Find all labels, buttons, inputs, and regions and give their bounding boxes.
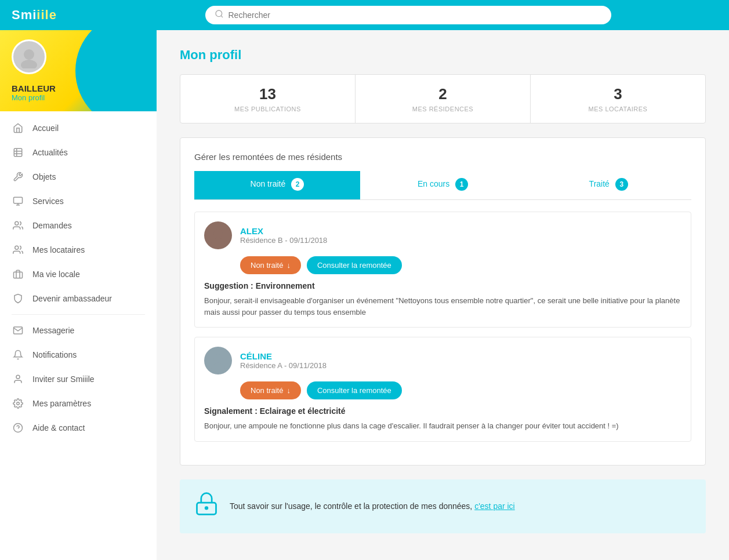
remontee-item-celine: CÉLINE Résidence A - 09/11/2018 Non trai…: [194, 337, 691, 442]
sidebar-item-mes-locataires[interactable]: Mes locataires: [0, 238, 157, 262]
sidebar-item-demandes[interactable]: Demandes: [0, 213, 157, 238]
logo: Smiiile: [12, 8, 81, 23]
svg-point-11: [15, 221, 19, 225]
svg-point-19: [211, 238, 225, 245]
remontee-body-celine: Bonjour, une ampoule ne fonctionne plus …: [204, 420, 681, 432]
sidebar-label-mes-locataires: Mes locataires: [32, 245, 85, 254]
tab-traite-label: Traité: [589, 179, 610, 188]
stat-publications-label: MES PUBLICATIONS: [186, 106, 349, 112]
svg-point-0: [216, 10, 222, 17]
stat-locataires-number: 3: [536, 85, 699, 103]
sidebar-item-accueil[interactable]: Accueil: [0, 116, 157, 140]
page-title: Mon profil: [180, 48, 706, 63]
lock-icon: [194, 491, 219, 522]
remontee-body-alex: Bonjour, serait-il envisageable d'organi…: [204, 295, 681, 318]
services-icon: [12, 195, 24, 208]
home-icon: [12, 122, 24, 134]
sidebar-label-demandes: Demandes: [32, 221, 72, 230]
sidebar-label-messagerie: Messagerie: [32, 326, 74, 335]
sidebar-label-devenir-ambassadeur: Devenir ambassadeur: [32, 294, 112, 303]
btn-non-traite-alex-label: Non traité: [251, 261, 283, 270]
sidebar-label-accueil: Accueil: [32, 123, 59, 133]
sidebar-item-ma-vie-locale[interactable]: Ma vie locale: [0, 262, 157, 286]
sidebar-item-parametres[interactable]: Mes paramètres: [0, 391, 157, 416]
info-banner: Tout savoir sur l'usage, le contrôle et …: [180, 479, 706, 533]
header: Smiiile: [0, 0, 729, 30]
sidebar-label-objets: Objets: [32, 172, 56, 181]
info-banner-main-text: Tout savoir sur l'usage, le contrôle et …: [230, 501, 472, 511]
remontee-actions-alex: Non traité ↓ Consulter la remontée: [240, 256, 681, 274]
btn-consulter-celine-label: Consulter la remontée: [317, 386, 391, 395]
stat-locataires-label: MES LOCATAIRES: [536, 106, 699, 112]
tab-en-cours-badge: 1: [455, 178, 468, 191]
search-input[interactable]: [229, 10, 602, 20]
svg-point-3: [21, 60, 37, 68]
sidebar: BAILLEUR Mon profil Accueil Actualités: [0, 30, 157, 560]
arrow-down-icon: ↓: [286, 261, 291, 270]
tab-en-cours[interactable]: En cours 1: [360, 171, 526, 199]
info-banner-link[interactable]: c'est par ici: [474, 501, 515, 511]
btn-consulter-alex[interactable]: Consulter la remontée: [307, 256, 402, 274]
svg-line-1: [221, 16, 223, 17]
search-bar: [205, 6, 611, 24]
help-icon: [12, 421, 24, 434]
demandes-icon: [12, 219, 24, 232]
sidebar-item-actualites[interactable]: Actualités: [0, 140, 157, 165]
remontee-subject-alex: Suggestion : Environnement: [204, 281, 681, 290]
search-icon: [215, 9, 224, 21]
remontee-name-celine: CÉLINE: [240, 351, 327, 361]
tab-en-cours-label: En cours: [418, 179, 449, 188]
sidebar-item-aide[interactable]: Aide & contact: [0, 416, 157, 440]
sidebar-item-messagerie[interactable]: Messagerie: [0, 318, 157, 343]
user-sub: Mon profil: [12, 93, 45, 102]
tools-icon: [12, 170, 24, 183]
divider: [12, 314, 145, 315]
tab-traite-badge: 3: [615, 178, 628, 191]
remontees-card: Gérer les remontées de mes résidents Non…: [180, 137, 706, 466]
tab-non-traite-badge: 2: [291, 178, 304, 191]
tab-non-traite[interactable]: Non traité 2: [194, 171, 360, 199]
btn-non-traite-celine-label: Non traité: [251, 386, 283, 395]
remontee-header-celine: CÉLINE Résidence A - 09/11/2018: [204, 347, 681, 374]
remontee-item-alex: ALEX Résidence B - 09/11/2018 Non traité…: [194, 212, 691, 328]
invite-icon: [12, 373, 24, 386]
user-name: BAILLEUR: [12, 83, 56, 93]
stat-publications[interactable]: 13 MES PUBLICATIONS: [180, 75, 356, 123]
sidebar-item-services[interactable]: Services: [0, 189, 157, 213]
stat-residences[interactable]: 2 MES RÉSIDENCES: [356, 75, 531, 123]
sidebar-item-devenir-ambassadeur[interactable]: Devenir ambassadeur: [0, 286, 157, 311]
remontee-avatar-alex: [204, 221, 232, 249]
sidebar-item-inviter[interactable]: Inviter sur Smiiile: [0, 367, 157, 391]
remontee-subject-celine: Signalement : Eclairage et électricité: [204, 406, 681, 416]
remontees-title: Gérer les remontées de mes résidents: [194, 152, 691, 162]
svg-point-12: [15, 246, 19, 249]
stat-publications-number: 13: [186, 85, 349, 103]
remontee-meta-alex: Résidence B - 09/11/2018: [240, 236, 327, 245]
btn-non-traite-alex[interactable]: Non traité ↓: [240, 256, 301, 274]
btn-consulter-celine[interactable]: Consulter la remontée: [307, 381, 402, 399]
svg-point-2: [24, 49, 34, 60]
sidebar-top: BAILLEUR Mon profil: [0, 30, 157, 111]
tabs: Non traité 2 En cours 1 Traité 3: [194, 171, 691, 200]
sidebar-nav: Accueil Actualités Objets: [0, 111, 157, 445]
tab-non-traite-label: Non traité: [251, 179, 286, 188]
sidebar-label-aide: Aide & contact: [32, 423, 85, 432]
remontee-actions-celine: Non traité ↓ Consulter la remontée: [240, 381, 681, 399]
news-icon: [12, 146, 24, 159]
svg-point-21: [211, 363, 225, 370]
stat-locataires[interactable]: 3 MES LOCATAIRES: [531, 75, 705, 123]
users-icon: [12, 243, 24, 256]
sidebar-item-objets[interactable]: Objets: [0, 165, 157, 189]
remontee-meta-celine: Résidence A - 09/11/2018: [240, 361, 327, 370]
svg-point-23: [205, 507, 208, 509]
btn-consulter-alex-label: Consulter la remontée: [317, 261, 391, 270]
bell-icon: [12, 348, 24, 361]
sidebar-item-notifications[interactable]: Notifications: [0, 343, 157, 367]
btn-non-traite-celine[interactable]: Non traité ↓: [240, 381, 301, 399]
layout: BAILLEUR Mon profil Accueil Actualités: [0, 30, 729, 560]
main-content: Mon profil 13 MES PUBLICATIONS 2 MES RÉS…: [157, 30, 729, 560]
svg-point-14: [16, 375, 20, 379]
svg-point-15: [17, 402, 20, 405]
ambassador-icon: [12, 292, 24, 305]
tab-traite[interactable]: Traité 3: [525, 171, 691, 199]
